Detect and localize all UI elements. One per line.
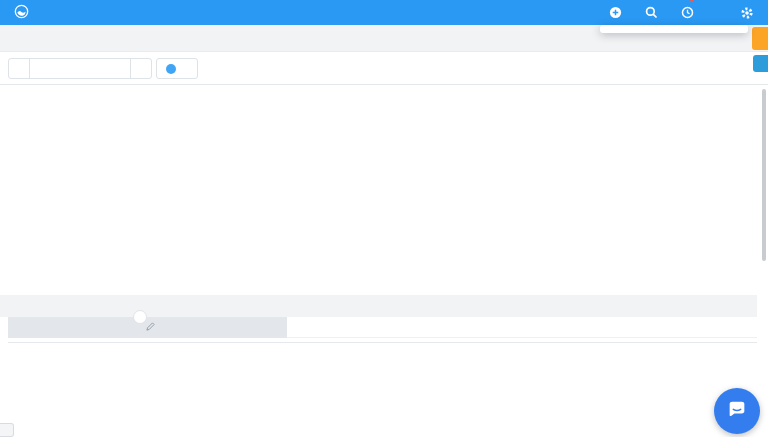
date-range-label[interactable] [30,59,130,78]
notification-badge [690,0,694,2]
settings-gear-icon[interactable] [740,6,754,20]
scenario-selector[interactable] [156,58,198,79]
period-band-row [0,317,768,338]
liquidity-chart-section [0,85,768,293]
banner-action-button[interactable] [752,27,768,50]
top-navbar [0,0,768,25]
status-url [0,423,14,437]
chart-scrollbar[interactable] [762,89,766,261]
brand-logo[interactable] [14,4,34,22]
cashflow-chart [105,85,765,293]
table-body [8,342,757,343]
chat-launcher-button[interactable] [714,388,760,434]
agicap-logo-icon [14,4,29,22]
prev-period-button[interactable] [9,59,30,78]
month-header-row [0,295,757,317]
settings-dropdown-menu [600,25,748,33]
scenario-color-dot [166,64,176,74]
collapse-ist-button[interactable] [133,310,147,324]
notifications-icon[interactable] [681,6,694,19]
toolbar [0,52,768,85]
chat-bubble-icon [726,398,748,424]
toolbar-primary-button[interactable] [753,55,768,72]
next-period-button[interactable] [130,59,151,78]
kpi-block [0,93,110,96]
ist-zahlen-band [8,317,287,338]
soll-zahlen-band [287,317,757,338]
add-icon[interactable] [609,6,622,19]
search-icon[interactable] [645,6,658,19]
edit-pencil-icon[interactable] [146,322,155,333]
date-range-control [8,58,152,79]
